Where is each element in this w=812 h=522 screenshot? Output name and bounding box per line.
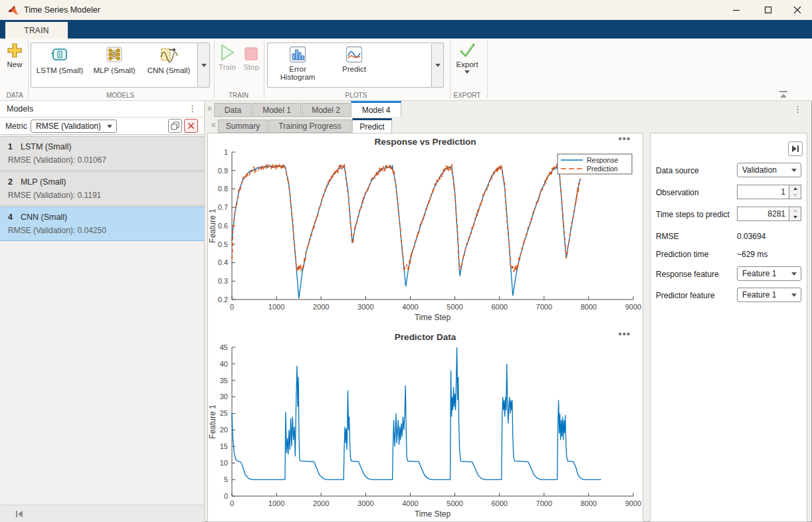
model-number: 2: [8, 177, 13, 187]
chart-options-icon[interactable]: •••: [616, 137, 633, 146]
predict-options-panel: Data source Validation Observation 1 Tim…: [650, 133, 807, 522]
predict-plot-label: Predict: [342, 65, 366, 73]
chevron-down-icon: [791, 272, 797, 276]
gallery-item-mlp-small[interactable]: MLP (Small): [87, 45, 142, 85]
chart-options-icon[interactable]: •••: [616, 332, 633, 341]
predictor-feature-dropdown[interactable]: Feature 1: [737, 288, 801, 302]
ribbon-separator: [264, 40, 264, 98]
model-rmse: RMSE (Validation): 0.1191: [8, 191, 101, 200]
model-card-cnn-selected[interactable]: 4CNN (Small) RMSE (Validation): 0.04250: [0, 207, 204, 241]
model-rmse: RMSE (Validation): 0.04250: [8, 226, 106, 235]
observation-spinner: [789, 185, 801, 199]
maximize-icon: [764, 6, 772, 14]
plots-gallery-dropdown[interactable]: [431, 43, 444, 88]
gallery-item-cnn-small[interactable]: CNN (Small): [142, 45, 196, 85]
models-panel-menu-icon[interactable]: ⋮: [188, 104, 197, 113]
time-steps-input[interactable]: 8281: [737, 207, 789, 221]
svg-text:0: 0: [230, 303, 234, 311]
spinner-up-button[interactable]: [789, 207, 801, 214]
svg-text:1: 1: [224, 148, 228, 156]
plus-icon: [7, 43, 23, 58]
tab-model-1[interactable]: Model 1: [253, 103, 301, 117]
response-vs-prediction-chart: 01000200030004000500060007000800090000.2…: [208, 148, 643, 323]
spinner-down-button[interactable]: [789, 192, 801, 199]
lstm-network-icon: [51, 45, 69, 64]
metric-label: Metric: [5, 122, 27, 131]
doc-tab-drag-handle[interactable]: ≡: [207, 105, 211, 112]
observation-input[interactable]: 1: [737, 185, 789, 199]
close-icon: [793, 6, 801, 14]
svg-text:9000: 9000: [625, 499, 641, 507]
model-card-title: 4CNN (Small): [8, 213, 67, 222]
rmse-value: 0.03694: [737, 232, 765, 241]
model-card-mlp[interactable]: 2MLP (Small) RMSE (Validation): 0.1191: [0, 171, 204, 206]
chevron-down-icon: [791, 169, 797, 172]
tab-model-2[interactable]: Model 2: [302, 103, 350, 117]
tab-model-4[interactable]: Model 4: [351, 101, 401, 117]
model-rmse: RMSE (Validation): 0.01067: [8, 155, 106, 165]
gallery-item-lstm-small[interactable]: LSTM (Small): [33, 45, 87, 85]
metric-dropdown[interactable]: RMSE (Validation): [31, 120, 117, 133]
spinner-down-button[interactable]: [789, 214, 801, 220]
new-button[interactable]: New: [3, 43, 27, 68]
data-source-dropdown[interactable]: Validation: [737, 163, 801, 177]
export-button[interactable]: Export: [454, 43, 480, 74]
svg-text:45: 45: [220, 343, 228, 351]
predict-plot-button[interactable]: Predict: [328, 45, 381, 85]
svg-text:0.3: 0.3: [218, 277, 228, 285]
subtab-predict[interactable]: Predict: [352, 118, 392, 133]
stop-button-label: Stop: [243, 63, 259, 71]
svg-text:0.9: 0.9: [218, 167, 228, 175]
svg-text:3000: 3000: [357, 303, 373, 311]
svg-text:5000: 5000: [447, 499, 462, 507]
delete-model-button[interactable]: [184, 119, 198, 133]
model-number: 1: [8, 142, 13, 151]
train-button[interactable]: Train: [217, 44, 238, 71]
gallery-item-label: LSTM (Small): [37, 66, 83, 74]
stop-button[interactable]: Stop: [241, 44, 262, 71]
models-gallery-dropdown[interactable]: [197, 43, 210, 88]
svg-text:Feature 1: Feature 1: [208, 404, 217, 439]
duplicate-model-button[interactable]: [168, 119, 182, 133]
svg-text:2000: 2000: [313, 303, 329, 311]
ribbon-separator: [450, 40, 451, 98]
observation-value: 1: [781, 187, 785, 197]
ribbon-separator: [214, 40, 215, 98]
error-histogram-button[interactable]: Error Histogram: [269, 45, 326, 85]
close-button[interactable]: [783, 0, 812, 20]
predictor-data-chart: 0100020003000400050006000700080009000051…: [208, 343, 643, 520]
copy-icon: [170, 121, 180, 131]
svg-text:0: 0: [224, 492, 228, 500]
model-card-lstm[interactable]: 1LSTM (Small) RMSE (Validation): 0.01067: [0, 136, 204, 171]
collapse-panel-left-button[interactable]: [15, 509, 24, 519]
svg-text:1000: 1000: [268, 303, 284, 311]
minimize-button[interactable]: [722, 0, 751, 20]
maximize-button[interactable]: [754, 0, 783, 20]
svg-text:3000: 3000: [357, 499, 373, 507]
tab-data[interactable]: Data: [214, 103, 252, 117]
chevron-down-icon: [464, 70, 470, 74]
model-number: 4: [8, 213, 13, 222]
response-feature-dropdown[interactable]: Feature 1: [737, 266, 801, 281]
tab-label: Model 2: [312, 106, 340, 115]
sub-tab-drag-handle[interactable]: ≡: [211, 122, 215, 129]
time-steps-spinner: [789, 207, 801, 221]
svg-text:4000: 4000: [402, 303, 418, 311]
svg-text:7000: 7000: [536, 499, 552, 507]
svg-text:4000: 4000: [402, 499, 418, 507]
collapse-panel-right-button[interactable]: [788, 141, 803, 156]
subtab-summary[interactable]: Summary: [218, 120, 268, 133]
model-card-title: 1LSTM (Small): [8, 142, 71, 151]
model-name: CNN (Small): [21, 213, 67, 222]
svg-text:5: 5: [224, 476, 228, 483]
svg-text:0.6: 0.6: [218, 222, 228, 230]
tab-overflow-menu-icon[interactable]: ⋮: [793, 105, 802, 114]
subtab-label: Training Progress: [278, 122, 341, 131]
spinner-up-button[interactable]: [789, 185, 801, 192]
collapse-ribbon-button[interactable]: [776, 90, 791, 100]
ribbon-separator: [28, 40, 29, 98]
subtab-training-progress[interactable]: Training Progress: [268, 120, 352, 133]
svg-text:0.4: 0.4: [218, 258, 228, 266]
response-vs-prediction-title: Response vs Prediction: [208, 137, 643, 147]
tab-train[interactable]: TRAIN: [5, 22, 68, 39]
